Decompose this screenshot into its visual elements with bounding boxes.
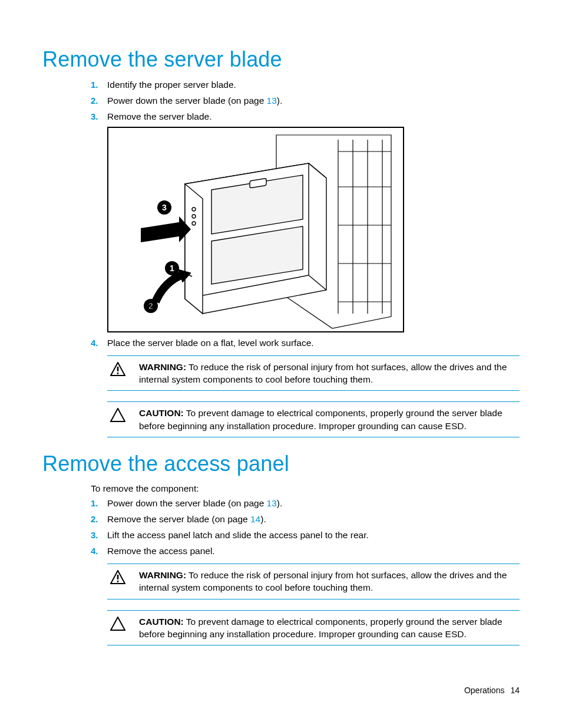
step-text-before: Lift the access panel latch and slide th…	[107, 530, 369, 540]
step-text-before: Power down the server blade (on page	[107, 95, 267, 106]
svg-rect-33	[117, 581, 119, 582]
figure-remove-server-blade: 3 2 1	[107, 127, 404, 332]
step-text-before: Remove the access panel.	[107, 546, 215, 556]
caution-body: To prevent damage to electrical componen…	[139, 617, 503, 639]
warning-icon	[107, 569, 128, 594]
caution-text: CAUTION: To prevent damage to electrical…	[139, 615, 520, 641]
warning-body: To reduce the risk of personal injury fr…	[139, 362, 507, 384]
list-item: 4. Place the server blade on a flat, lev…	[91, 337, 520, 350]
heading-remove-access-panel: Remove the access panel	[42, 452, 520, 476]
page-link[interactable]: 14	[250, 514, 260, 524]
section2-steps: 1. Power down the server blade (on page …	[91, 498, 520, 558]
svg-marker-21	[141, 216, 191, 242]
step-text-after: ).	[277, 498, 282, 508]
svg-point-18	[192, 207, 196, 211]
step-number: 3.	[91, 111, 107, 123]
step-text: Identify the proper server blade.	[107, 79, 236, 91]
svg-rect-29	[117, 373, 119, 374]
list-item: 1. Power down the server blade (on page …	[91, 498, 520, 510]
list-item: 4. Remove the access panel.	[91, 545, 520, 558]
server-blade-illustration: 3 2 1	[108, 128, 403, 331]
caution-label: CAUTION:	[139, 617, 184, 627]
svg-point-19	[192, 215, 196, 218]
caution-admonition: CAUTION: To prevent damage to electrical…	[107, 610, 520, 646]
svg-marker-30	[111, 409, 125, 421]
list-item: 3. Remove the server blade.	[91, 111, 520, 123]
step-number: 2.	[91, 95, 107, 107]
svg-marker-17	[185, 184, 203, 314]
warning-label: WARNING:	[139, 570, 186, 580]
step-text: Power down the server blade (on page 13)…	[107, 95, 282, 107]
step-text: Lift the access panel latch and slide th…	[107, 529, 369, 542]
heading-remove-server-blade: Remove the server blade	[42, 47, 520, 72]
svg-rect-32	[117, 575, 119, 579]
step-text: Place the server blade on a flat, level …	[107, 337, 314, 350]
warning-body: To reduce the risk of personal injury fr…	[139, 570, 507, 592]
list-item: 1. Identify the proper server blade.	[91, 79, 520, 91]
svg-rect-28	[117, 367, 119, 371]
step-text-before: Remove the server blade (on page	[107, 514, 250, 524]
list-item: 2. Remove the server blade (on page 14).	[91, 513, 520, 526]
warning-text: WARNING: To reduce the risk of personal …	[139, 569, 520, 594]
step-number: 4.	[91, 337, 107, 349]
step-number: 2.	[91, 513, 107, 525]
step-text: Remove the server blade (on page 14).	[107, 513, 266, 526]
section2-body: To remove the component: 1. Power down t…	[91, 483, 520, 645]
svg-marker-34	[111, 617, 125, 630]
section2-intro: To remove the component:	[91, 483, 520, 494]
section1-step4: 4. Place the server blade on a flat, lev…	[91, 337, 520, 350]
footer-section: Operations	[464, 686, 504, 695]
caution-text: CAUTION: To prevent damage to electrical…	[139, 407, 520, 432]
warning-icon	[107, 361, 128, 386]
svg-point-20	[192, 222, 196, 225]
step-number: 1.	[91, 498, 107, 509]
caution-body: To prevent damage to electrical componen…	[139, 408, 503, 430]
step-text: Remove the server blade.	[107, 111, 211, 123]
warning-admonition: WARNING: To reduce the risk of personal …	[107, 355, 520, 391]
step-text-after: ).	[260, 514, 266, 524]
callout-3: 3	[162, 203, 167, 212]
section1-steps: 1. Identify the proper server blade. 2. …	[91, 79, 520, 123]
step-text-after: ).	[277, 95, 282, 106]
step-number: 1.	[91, 79, 107, 91]
callout-2: 2	[148, 301, 153, 311]
footer-page-number: 14	[510, 686, 520, 695]
page-footer: Operations14	[464, 686, 520, 695]
step-text-before: Remove the server blade.	[107, 111, 211, 121]
callout-1: 1	[170, 263, 174, 273]
caution-admonition: CAUTION: To prevent damage to electrical…	[107, 401, 520, 437]
caution-icon	[107, 407, 128, 432]
step-number: 3.	[91, 529, 107, 541]
section1-body: 1. Identify the proper server blade. 2. …	[91, 79, 520, 437]
page-link[interactable]: 13	[267, 498, 277, 508]
step-text-before: Power down the server blade (on page	[107, 498, 267, 508]
caution-icon	[107, 615, 128, 641]
list-item: 2. Power down the server blade (on page …	[91, 95, 520, 107]
page: Remove the server blade 1. Identify the …	[0, 0, 562, 728]
step-text: Power down the server blade (on page 13)…	[107, 498, 282, 510]
warning-text: WARNING: To reduce the risk of personal …	[139, 361, 520, 386]
step-text: Remove the access panel.	[107, 545, 215, 558]
caution-label: CAUTION:	[139, 408, 184, 418]
list-item: 3. Lift the access panel latch and slide…	[91, 529, 520, 542]
warning-label: WARNING:	[139, 362, 186, 372]
step-text-before: Identify the proper server blade.	[107, 80, 236, 90]
warning-admonition: WARNING: To reduce the risk of personal …	[107, 564, 520, 599]
step-number: 4.	[91, 545, 107, 557]
page-link[interactable]: 13	[267, 95, 277, 106]
